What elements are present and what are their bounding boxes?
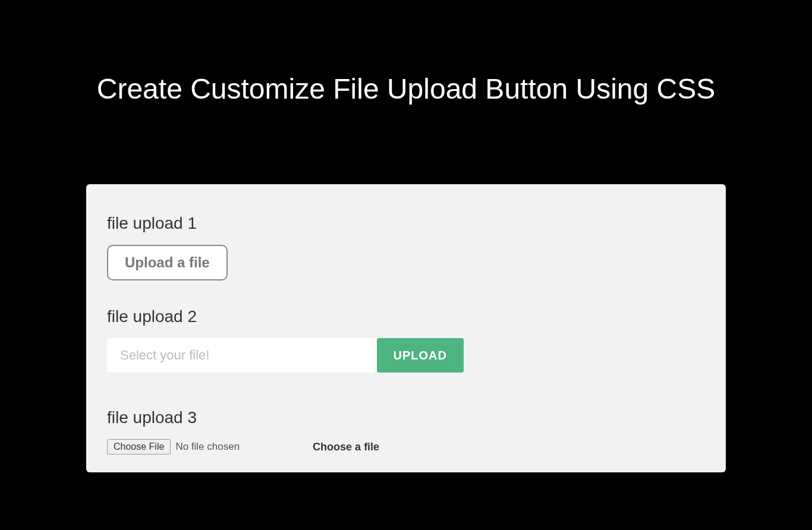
page-title: Create Customize File Upload Button Usin… (0, 0, 812, 107)
upload-variant-3-container: Choose File No file chosen Choose a file (107, 439, 705, 455)
native-file-status-text: No file chosen (175, 441, 240, 453)
native-choose-file-button[interactable]: Choose File (107, 439, 171, 455)
content-panel: file upload 1 Upload a file file upload … (86, 184, 726, 472)
upload-file-button-variant-1[interactable]: Upload a file (107, 245, 228, 280)
section-1-heading: file upload 1 (107, 214, 705, 233)
choose-file-bold-label[interactable]: Choose a file (313, 441, 379, 453)
file-name-input[interactable] (107, 338, 377, 373)
upload-button-green[interactable]: UPLOAD (377, 338, 464, 373)
section-2-heading: file upload 2 (107, 307, 705, 326)
upload-variant-2-container: UPLOAD (107, 338, 464, 373)
section-3-heading: file upload 3 (107, 408, 705, 427)
